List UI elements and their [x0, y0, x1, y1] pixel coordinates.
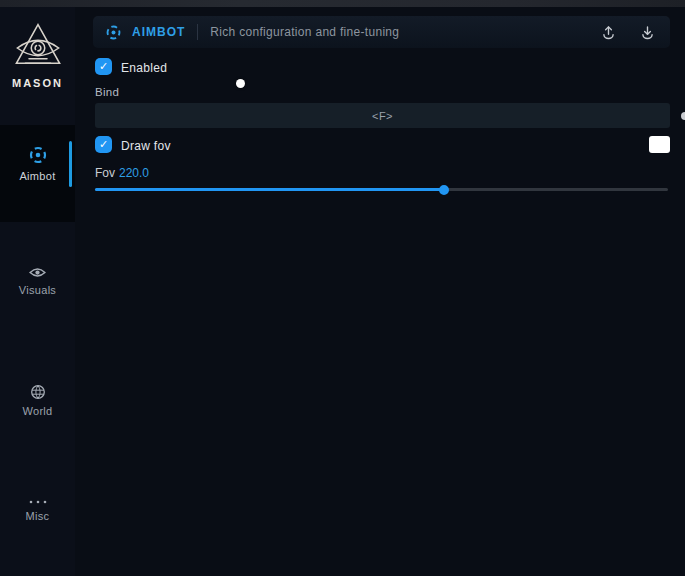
checkmark-icon: ✓	[99, 60, 108, 72]
crosshair-icon	[105, 24, 122, 41]
enabled-checkbox[interactable]: ✓	[95, 58, 112, 75]
header-divider	[197, 24, 198, 40]
eye-pyramid-logo-icon	[9, 21, 67, 75]
sidebar-item-misc[interactable]: Misc	[0, 499, 75, 522]
fov-slider[interactable]	[95, 188, 668, 191]
download-config-button[interactable]	[637, 22, 658, 43]
page-subtitle: Rich configuration and fine-tuning	[210, 25, 399, 39]
sidebar: MASON Aimbot Visuals	[0, 7, 75, 576]
main-content: AIMBOT Rich configuration and fine-tunin…	[75, 7, 685, 576]
sidebar-item-label: Misc	[0, 510, 75, 522]
draw-fov-checkbox[interactable]: ✓	[95, 136, 112, 153]
sidebar-item-world[interactable]: World	[0, 384, 75, 417]
sidebar-item-visuals[interactable]: Visuals	[0, 266, 75, 296]
ellipsis-icon	[28, 499, 48, 505]
mason-logo: MASON	[0, 21, 75, 89]
mason-cheat-menu-window: MASON Aimbot Visuals	[0, 0, 685, 576]
logo-title: MASON	[0, 77, 75, 89]
enabled-label: Enabled	[121, 61, 167, 75]
draw-fov-label: Draw fov	[121, 139, 171, 153]
fov-slider-thumb[interactable]	[439, 185, 449, 195]
eye-icon	[29, 266, 46, 279]
mouse-cursor-dot	[236, 79, 245, 88]
fov-label-row: Fov220.0	[95, 166, 149, 180]
bind-label: Bind	[95, 86, 119, 98]
page-title: AIMBOT	[132, 25, 185, 39]
active-tab-indicator	[69, 141, 72, 187]
section-header: AIMBOT Rich configuration and fine-tunin…	[93, 16, 670, 48]
sidebar-item-aimbot[interactable]: Aimbot	[0, 125, 75, 222]
fov-label: Fov	[95, 166, 115, 180]
upload-icon	[600, 24, 617, 41]
fov-color-swatch[interactable]	[649, 136, 670, 153]
sidebar-item-label: Aimbot	[0, 170, 75, 182]
download-icon	[639, 24, 656, 41]
window-title-bar	[0, 0, 685, 7]
fov-value: 220.0	[119, 166, 149, 180]
globe-icon	[30, 384, 46, 400]
sidebar-item-label: Visuals	[0, 284, 75, 296]
fov-slider-fill	[95, 188, 444, 191]
upload-config-button[interactable]	[598, 22, 619, 43]
checkmark-icon: ✓	[99, 138, 108, 150]
crosshair-icon	[28, 145, 48, 165]
sidebar-item-label: World	[0, 405, 75, 417]
gray-dot	[681, 112, 685, 120]
keybind-input[interactable]: <F>	[95, 103, 670, 128]
